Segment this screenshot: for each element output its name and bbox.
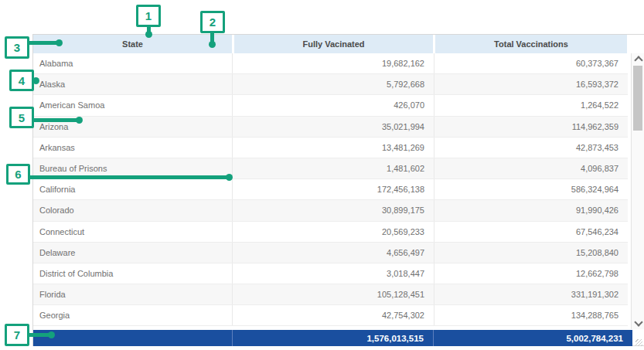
chevron-down-icon[interactable] xyxy=(634,318,642,326)
table-row[interactable]: Colorado 30,899,175 91,990,426 xyxy=(33,200,628,221)
table-row[interactable]: Alaska 5,792,668 16,593,372 xyxy=(33,74,628,95)
callout-5-label: 5 xyxy=(19,111,25,124)
total-vaccinations-cell: 42,873,453 xyxy=(434,138,628,158)
callout-2-label: 2 xyxy=(210,15,216,29)
table-header-row: State Fully Vacinated Total Vaccinations xyxy=(33,35,644,53)
total-vaccinations-cell: 16,593,372 xyxy=(434,74,628,94)
total-vaccinations-cell: 1,264,522 xyxy=(434,95,628,115)
total-vaccinations-cell: 586,324,964 xyxy=(434,179,628,199)
state-cell: American Samoa xyxy=(33,95,233,115)
table-body: Alabama 19,682,162 60,373,367 Alaska 5,7… xyxy=(33,53,628,326)
total-vaccinations-cell: 114,962,359 xyxy=(434,117,628,137)
fully-vaccinated-cell: 172,456,138 xyxy=(233,179,434,199)
total-vaccinations-cell: 60,373,367 xyxy=(434,53,628,73)
state-cell: Alabama xyxy=(33,53,233,73)
totals-fully-vaccinated-cell: 1,576,013,515 xyxy=(233,330,434,346)
chevron-up-icon[interactable] xyxy=(634,56,642,64)
fully-vaccinated-cell: 13,481,269 xyxy=(233,138,434,158)
callout-6-dot xyxy=(226,174,233,181)
column-header-fully-vaccinated[interactable]: Fully Vacinated xyxy=(234,35,433,53)
callout-1-dot xyxy=(145,31,152,38)
scrollbar-thumb[interactable] xyxy=(633,66,642,131)
table-row[interactable]: Delaware 4,656,497 15,208,840 xyxy=(33,243,628,263)
fully-vaccinated-cell: 20,569,233 xyxy=(233,222,434,242)
state-cell: Alaska xyxy=(33,74,233,94)
table-row[interactable]: District of Columbia 3,018,447 12,662,79… xyxy=(33,263,628,284)
table-row[interactable]: Georgia 42,754,302 134,288,765 xyxy=(33,305,628,326)
table-row[interactable]: Florida 105,128,451 331,191,302 xyxy=(33,284,628,305)
total-vaccinations-cell: 12,662,798 xyxy=(434,263,628,284)
fully-vaccinated-cell: 4,656,497 xyxy=(233,243,434,263)
state-cell: Colorado xyxy=(33,200,233,220)
state-cell: Georgia xyxy=(33,305,233,325)
callout-1: 1 xyxy=(136,5,161,27)
table-row[interactable]: American Samoa 426,070 1,264,522 xyxy=(33,95,628,116)
callout-5-dot xyxy=(76,117,83,124)
fully-vaccinated-cell: 19,682,162 xyxy=(233,53,434,73)
fully-vaccinated-cell: 1,481,602 xyxy=(233,158,434,178)
table-row[interactable]: Connecticut 20,569,233 67,546,234 xyxy=(33,222,628,243)
callout-3: 3 xyxy=(5,36,29,59)
state-cell: California xyxy=(33,179,233,199)
callout-5-line xyxy=(33,118,78,122)
screenshot-canvas: State Fully Vacinated Total Vaccinations… xyxy=(0,0,644,350)
totals-row: 1,576,013,515 5,002,784,231 xyxy=(33,330,632,346)
vertical-scrollbar[interactable] xyxy=(631,53,644,329)
column-header-total-vaccinations[interactable]: Total Vaccinations xyxy=(435,35,627,53)
callout-2-dot xyxy=(209,41,216,48)
callout-7-label: 7 xyxy=(14,328,20,342)
state-cell: Connecticut xyxy=(33,222,233,242)
callout-6-line xyxy=(29,175,227,179)
table-row[interactable]: California 172,456,138 586,324,964 xyxy=(33,179,628,200)
callout-2: 2 xyxy=(200,11,225,33)
table-row[interactable]: Arkansas 13,481,269 42,873,453 xyxy=(33,138,628,158)
fully-vaccinated-cell: 30,899,175 xyxy=(233,200,434,220)
callout-1-label: 1 xyxy=(145,9,152,22)
state-cell: District of Columbia xyxy=(33,263,233,284)
fully-vaccinated-cell: 426,070 xyxy=(233,95,434,115)
callout-4-label: 4 xyxy=(19,74,25,87)
fully-vaccinated-cell: 35,021,994 xyxy=(233,117,434,137)
callout-3-dot xyxy=(56,39,63,46)
column-header-state[interactable]: State xyxy=(33,35,232,53)
total-vaccinations-cell: 67,546,234 xyxy=(434,222,628,242)
callout-6-label: 6 xyxy=(15,168,21,181)
resize-grip-icon[interactable] xyxy=(635,339,642,346)
callout-6: 6 xyxy=(6,164,30,185)
callout-3-label: 3 xyxy=(14,41,20,54)
state-cell: Arkansas xyxy=(33,138,233,158)
fully-vaccinated-cell: 3,018,447 xyxy=(233,263,434,284)
state-cell: Florida xyxy=(33,284,233,304)
total-vaccinations-cell: 331,191,302 xyxy=(434,284,628,304)
callout-3-line xyxy=(28,41,59,45)
callout-7: 7 xyxy=(5,324,29,346)
fully-vaccinated-cell: 105,128,451 xyxy=(233,284,434,304)
table-row[interactable]: Alabama 19,682,162 60,373,367 xyxy=(33,53,628,74)
total-vaccinations-cell: 4,096,837 xyxy=(434,158,628,178)
total-vaccinations-cell: 91,990,426 xyxy=(434,200,628,220)
callout-4: 4 xyxy=(9,70,34,91)
fully-vaccinated-cell: 42,754,302 xyxy=(233,305,434,325)
state-cell: Delaware xyxy=(33,243,233,263)
totals-total-vaccinations-cell: 5,002,784,231 xyxy=(434,330,632,346)
table-row[interactable]: Arizona 35,021,994 114,962,359 xyxy=(33,117,628,138)
list-table: State Fully Vacinated Total Vaccinations… xyxy=(32,34,644,346)
callout-5: 5 xyxy=(9,107,34,128)
total-vaccinations-cell: 15,208,840 xyxy=(434,243,628,263)
callout-7-dot xyxy=(48,331,55,338)
total-vaccinations-cell: 134,288,765 xyxy=(434,305,628,325)
totals-state-cell xyxy=(33,330,233,346)
fully-vaccinated-cell: 5,792,668 xyxy=(233,74,434,94)
